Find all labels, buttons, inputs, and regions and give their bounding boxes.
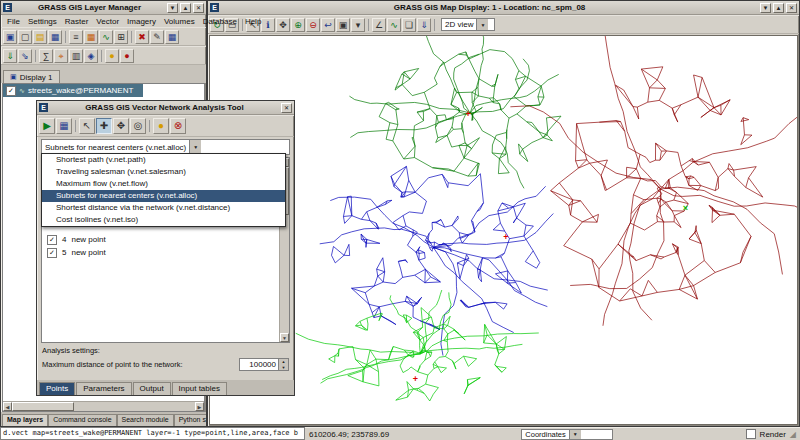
open-workspace-icon[interactable]: ▤ xyxy=(33,30,47,44)
menu-help[interactable]: Help xyxy=(241,17,265,26)
max-distance-stepper[interactable]: 100000 ▲ ▼ xyxy=(239,358,289,371)
snapping-tool-icon[interactable]: ◎ xyxy=(130,118,146,134)
measure-icon[interactable]: ∠ xyxy=(372,18,386,32)
option-vnet-salesman[interactable]: Traveling salesman (v.net.salesman) xyxy=(42,166,285,178)
new-display-icon[interactable]: ▣ xyxy=(3,30,17,44)
edit-vector-icon[interactable]: ✎ xyxy=(150,30,164,44)
network-analysis-dialog: E GRASS GIS Vector Network Analysis Tool… xyxy=(36,100,295,396)
add-raster-layer-icon[interactable]: ▦ xyxy=(84,30,98,44)
menu-database[interactable]: Database xyxy=(199,17,241,26)
tab-command-console[interactable]: Command console xyxy=(48,414,116,426)
zoom-back-icon[interactable]: ↩ xyxy=(321,18,335,32)
chevron-down-icon: ▼ xyxy=(569,430,581,439)
menu-vector[interactable]: Vector xyxy=(92,17,123,26)
scroll-track[interactable] xyxy=(280,215,289,333)
dialog-titlebar[interactable]: E GRASS GIS Vector Network Analysis Tool… xyxy=(37,101,294,115)
resize-grip[interactable]: ◢ xyxy=(790,430,796,439)
close-button[interactable]: ✕ xyxy=(281,103,292,113)
zoom-extent-icon[interactable]: ▣ xyxy=(336,18,350,32)
menu-settings[interactable]: Settings xyxy=(24,17,61,26)
option-vnet-alloc[interactable]: Subnets for nearest centers (v.net.alloc… xyxy=(42,190,285,202)
option-vnet-distance[interactable]: Shortest distance via the network (v.net… xyxy=(42,202,285,214)
point-row[interactable]: ✓ 5 new point xyxy=(42,246,289,259)
map-canvas[interactable]: ++×+ xyxy=(209,35,798,425)
menu-imagery[interactable]: Imagery xyxy=(123,17,160,26)
option-vnet-flow[interactable]: Maximum flow (v.net.flow) xyxy=(42,178,285,190)
tab-map-layers[interactable]: Map layers xyxy=(2,414,48,426)
scroll-left-icon[interactable]: ◀ xyxy=(3,402,12,411)
stepper-arrows[interactable]: ▲ ▼ xyxy=(278,359,288,370)
save-display-icon[interactable]: ⇓ xyxy=(417,18,431,32)
point-checkbox[interactable]: ✓ xyxy=(47,248,57,258)
point-checkbox[interactable]: ✓ xyxy=(47,235,57,245)
tab-display-1[interactable]: ▣ Display 1 xyxy=(3,70,60,83)
print-composer-icon[interactable]: ▥ xyxy=(69,49,83,63)
add-multiple-layers-icon[interactable]: ≡ xyxy=(69,30,83,44)
attribute-table-icon[interactable]: ▦ xyxy=(165,30,179,44)
bottom-bar: d.vect map=streets_wake@PERMANENT layer=… xyxy=(0,427,800,440)
manage-data-icon[interactable]: ▦ xyxy=(56,118,72,134)
option-vnet-path[interactable]: Shortest path (v.net.path) xyxy=(42,154,285,166)
statusbar-mode-select[interactable]: Coordinates ▼ xyxy=(521,429,613,440)
settings-icon[interactable]: ● xyxy=(105,49,119,63)
render-checkbox[interactable] xyxy=(746,429,756,439)
save-workspace-icon[interactable]: ▦ xyxy=(48,30,62,44)
zoom-out-icon[interactable]: ⊖ xyxy=(306,18,320,32)
import-vector-icon[interactable]: ⇘ xyxy=(18,49,32,63)
add-vector-layer-icon[interactable]: ∿ xyxy=(99,30,113,44)
road-network-map[interactable]: ++×+ xyxy=(210,36,797,424)
pointer-tool-icon[interactable]: ↖ xyxy=(79,118,95,134)
horizontal-scrollbar[interactable]: ◀ ▶ xyxy=(3,401,204,411)
zoom-options-icon[interactable]: ▾ xyxy=(351,18,365,32)
profile-icon[interactable]: ∿ xyxy=(387,18,401,32)
layer-label: streets_wake@PERMANENT xyxy=(28,86,133,95)
scroll-thumb[interactable] xyxy=(12,402,74,411)
menu-raster[interactable]: Raster xyxy=(61,17,93,26)
quit-tool-icon[interactable]: ⊗ xyxy=(170,118,186,134)
scroll-track[interactable] xyxy=(74,402,195,411)
view-mode-select[interactable]: 2D view ▼ xyxy=(441,18,495,31)
tab-search-module[interactable]: Search module xyxy=(117,414,174,426)
tab-output[interactable]: Output xyxy=(133,382,171,395)
scroll-down-icon[interactable]: ▼ xyxy=(280,333,289,342)
maximize-button[interactable]: ▲ xyxy=(773,3,784,13)
layer-manager-titlebar[interactable]: E GRASS GIS Layer Manager ▼ ▲ ✕ xyxy=(1,1,206,15)
tab-python-shell[interactable]: Python shell xyxy=(174,414,206,426)
layer-checkbox[interactable]: ✓ xyxy=(6,86,16,96)
close-button[interactable]: ✕ xyxy=(786,3,797,13)
add-overlay-icon[interactable]: ❏ xyxy=(402,18,416,32)
add-point-tool-icon[interactable]: ✚ xyxy=(96,118,112,134)
new-workspace-icon[interactable]: ▢ xyxy=(18,30,32,44)
minimize-button[interactable]: ▼ xyxy=(167,3,178,13)
graphical-modeler-icon[interactable]: ◈ xyxy=(84,49,98,63)
point-row[interactable]: ✓ 4 new point xyxy=(42,233,289,246)
tab-parameters[interactable]: Parameters xyxy=(76,382,131,395)
maximize-button[interactable]: ▲ xyxy=(180,3,191,13)
tab-input-tables[interactable]: Input tables xyxy=(172,382,227,395)
import-raster-icon[interactable]: ⇓ xyxy=(3,49,17,63)
command-input[interactable]: d.vect map=streets_wake@PERMANENT layer=… xyxy=(0,427,305,440)
settings-icon[interactable]: ● xyxy=(153,118,169,134)
georectifier-icon[interactable]: ⌖ xyxy=(54,49,68,63)
close-button[interactable]: ✕ xyxy=(193,3,204,13)
workspace-toolbar: ▣ ▢ ▤ ▦ ≡ ▦ ∿ ⊞ ✖ ✎ ▦ xyxy=(1,27,206,46)
help-icon[interactable]: ● xyxy=(120,49,134,63)
run-analysis-icon[interactable]: ▶ xyxy=(39,118,55,134)
remove-layer-icon[interactable]: ✖ xyxy=(135,30,149,44)
point-id: 5 xyxy=(62,248,66,257)
menu-volumes[interactable]: Volumes xyxy=(160,17,199,26)
dialog-tabs: Points Parameters Output Input tables xyxy=(37,380,294,395)
add-layer-options-icon[interactable]: ⊞ xyxy=(114,30,128,44)
stepper-down-icon[interactable]: ▼ xyxy=(279,365,288,371)
layer-row-streets-wake[interactable]: ✓ ∿ streets_wake@PERMANENT xyxy=(3,84,143,97)
tab-points[interactable]: Points xyxy=(39,382,75,395)
move-point-tool-icon[interactable]: ✥ xyxy=(113,118,129,134)
option-vnet-iso[interactable]: Cost isolines (v.net.iso) xyxy=(42,214,285,226)
menu-file[interactable]: File xyxy=(3,17,24,26)
raster-calculator-icon[interactable]: ∑ xyxy=(39,49,53,63)
minimize-button[interactable]: ▼ xyxy=(760,3,771,13)
pan-icon[interactable]: ✥ xyxy=(276,18,290,32)
zoom-in-icon[interactable]: ⊕ xyxy=(291,18,305,32)
scroll-right-icon[interactable]: ▶ xyxy=(195,402,204,411)
map-display-titlebar[interactable]: E GRASS GIS Map Display: 1 - Location: n… xyxy=(208,1,799,15)
